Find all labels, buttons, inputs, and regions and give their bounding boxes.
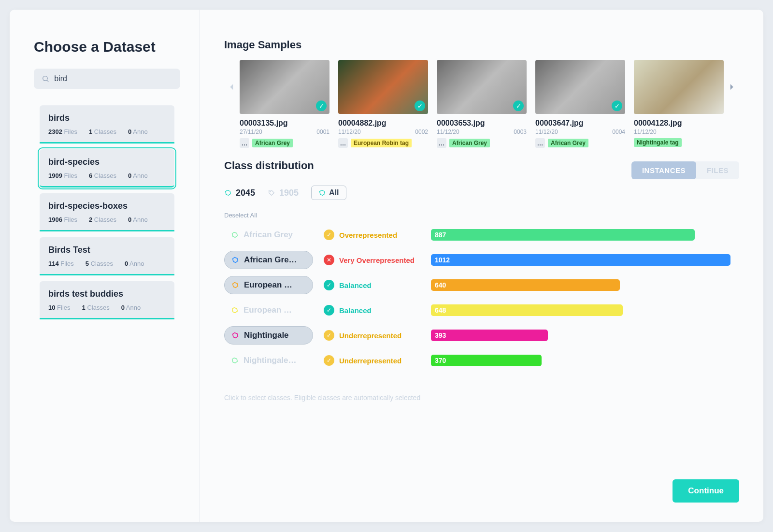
check-icon: ✓ bbox=[612, 101, 622, 111]
class-status: ✓ Underrepresented bbox=[324, 355, 420, 366]
status-badge-icon: ✓ bbox=[324, 280, 334, 290]
check-icon: ✓ bbox=[415, 101, 425, 111]
class-row: African Gre… ✕ Very Overrepresented 1012 bbox=[224, 251, 739, 269]
sample-card[interactable]: ✓ 00003135.jpg 27/11/200001 … African Gr… bbox=[240, 60, 329, 148]
selection-hint: Click to select classes. Eligible classe… bbox=[224, 394, 739, 402]
distribution-title: Class distribution bbox=[224, 159, 314, 172]
sample-thumbnail[interactable]: ✓ bbox=[437, 60, 527, 114]
dataset-name: birds test buddies bbox=[48, 289, 166, 299]
class-pill[interactable]: African Gre… bbox=[224, 251, 313, 269]
status-badge-icon: ✓ bbox=[324, 230, 334, 240]
class-status: ✓ Balanced bbox=[324, 305, 420, 316]
tab-instances[interactable]: INSTANCES bbox=[631, 161, 696, 179]
class-status: ✕ Very Overrepresented bbox=[324, 255, 420, 265]
dataset-item[interactable]: bird-species 1909 Files 6 Classes 0 Anno bbox=[40, 149, 174, 187]
more-menu-button[interactable]: … bbox=[338, 138, 348, 148]
class-bar: 640 bbox=[431, 279, 620, 291]
class-bar: 393 bbox=[431, 330, 548, 341]
class-bar: 1012 bbox=[431, 254, 730, 266]
class-bar-wrap: 640 bbox=[431, 279, 730, 291]
carousel-next[interactable] bbox=[724, 60, 739, 114]
chevron-left-icon bbox=[228, 83, 236, 91]
dataset-item[interactable]: bird-species-boxes 1906 Files 2 Classes … bbox=[40, 193, 174, 231]
sample-filename: 00003135.jpg bbox=[240, 119, 329, 128]
sample-card[interactable]: ✓ 00003647.jpg 11/12/200004 … African Gr… bbox=[535, 60, 625, 148]
class-pill[interactable]: Nightingale… bbox=[224, 351, 313, 370]
more-menu-button[interactable]: … bbox=[437, 138, 446, 148]
more-menu-button[interactable]: … bbox=[240, 138, 249, 148]
class-status: ✓ Overrepresented bbox=[324, 230, 420, 240]
class-pill[interactable]: African Grey bbox=[224, 226, 313, 244]
search-box[interactable] bbox=[34, 69, 180, 89]
class-bar-wrap: 887 bbox=[431, 229, 730, 241]
sample-thumbnail[interactable]: ✓ bbox=[338, 60, 428, 114]
dataset-name: bird-species bbox=[48, 157, 166, 167]
status-badge-icon: ✓ bbox=[324, 330, 334, 341]
svg-line-1 bbox=[47, 80, 48, 82]
sidebar-title: Choose a Dataset bbox=[34, 39, 180, 55]
svg-point-0 bbox=[43, 76, 47, 81]
polygon-icon bbox=[231, 256, 239, 264]
class-bar: 887 bbox=[431, 229, 695, 241]
polygon-icon bbox=[231, 357, 239, 364]
status-badge-icon: ✕ bbox=[324, 255, 334, 265]
status-text: Balanced bbox=[339, 281, 372, 289]
polygon-icon bbox=[231, 231, 239, 239]
status-text: Balanced bbox=[339, 306, 372, 315]
polygon-icon bbox=[318, 189, 326, 197]
status-badge-icon: ✓ bbox=[324, 355, 334, 366]
sample-meta: 27/11/200001 bbox=[240, 129, 329, 135]
status-badge-icon: ✓ bbox=[324, 305, 334, 316]
count-polygons: 2045 bbox=[224, 188, 255, 198]
class-label: Nightingale bbox=[244, 331, 289, 340]
dataset-meta: 114 Files 5 Classes 0 Anno bbox=[48, 260, 166, 267]
sample-card[interactable]: ✓ 00004882.jpg 11/12/200002 … European R… bbox=[338, 60, 428, 148]
class-label: Nightingale… bbox=[243, 356, 297, 365]
sample-filename: 00003647.jpg bbox=[535, 119, 625, 128]
class-bar-wrap: 393 bbox=[431, 330, 730, 341]
dataset-meta: 1909 Files 6 Classes 0 Anno bbox=[48, 172, 166, 179]
sample-card[interactable]: 00004128.jpg 11/12/20 Nightingale tag bbox=[634, 60, 724, 148]
dataset-item[interactable]: birds 2302 Files 1 Classes 0 Anno bbox=[40, 105, 174, 144]
main-panel: Image Samples ✓ 00003135.jpg 27/11/20000… bbox=[200, 10, 763, 522]
sample-card[interactable]: ✓ 00003653.jpg 11/12/200003 … African Gr… bbox=[437, 60, 527, 148]
deselect-all[interactable]: Deselect All bbox=[224, 212, 739, 219]
class-label: European … bbox=[243, 305, 292, 315]
status-text: Underrepresented bbox=[339, 357, 401, 365]
continue-button[interactable]: Continue bbox=[673, 479, 739, 503]
class-pill[interactable]: Nightingale bbox=[224, 326, 313, 345]
filter-all[interactable]: All bbox=[311, 186, 346, 200]
carousel-prev[interactable] bbox=[224, 60, 240, 114]
class-pill[interactable]: European … bbox=[224, 301, 313, 319]
app-card: Choose a Dataset birds 2302 Files 1 Clas… bbox=[10, 10, 763, 522]
samples-row: ✓ 00003135.jpg 27/11/200001 … African Gr… bbox=[224, 60, 739, 148]
dataset-item[interactable]: birds test buddies 10 Files 1 Classes 0 … bbox=[40, 281, 174, 319]
class-bar-wrap: 648 bbox=[431, 304, 730, 316]
counts-row: 2045 1905 All bbox=[224, 186, 739, 200]
class-status: ✓ Underrepresented bbox=[324, 330, 420, 341]
sample-tags: … African Grey bbox=[240, 138, 329, 148]
sample-tags: … African Grey bbox=[437, 138, 527, 148]
sample-thumbnail[interactable]: ✓ bbox=[535, 60, 625, 114]
dataset-item[interactable]: Birds Test 114 Files 5 Classes 0 Anno bbox=[40, 237, 174, 275]
chevron-right-icon bbox=[727, 83, 736, 91]
sample-meta: 11/12/200002 bbox=[338, 129, 428, 135]
sample-tag: African Grey bbox=[548, 139, 588, 147]
dataset-name: bird-species-boxes bbox=[48, 201, 166, 211]
class-label: African Grey bbox=[243, 230, 293, 240]
class-pill[interactable]: European … bbox=[224, 276, 313, 294]
more-menu-button[interactable]: … bbox=[535, 138, 545, 148]
dataset-meta: 10 Files 1 Classes 0 Anno bbox=[48, 304, 166, 311]
dataset-name: Birds Test bbox=[48, 245, 166, 255]
search-input[interactable] bbox=[54, 74, 172, 83]
sample-thumbnail[interactable]: ✓ bbox=[240, 60, 329, 114]
tab-files[interactable]: FILES bbox=[696, 161, 739, 179]
sample-tags: Nightingale tag bbox=[634, 138, 724, 147]
tab-toggle: INSTANCES FILES bbox=[631, 161, 739, 179]
sidebar: Choose a Dataset birds 2302 Files 1 Clas… bbox=[10, 10, 200, 522]
class-status: ✓ Balanced bbox=[324, 280, 420, 290]
dataset-meta: 1906 Files 2 Classes 0 Anno bbox=[48, 216, 166, 223]
sample-meta: 11/12/20 bbox=[634, 129, 724, 135]
status-text: Very Overrepresented bbox=[339, 256, 415, 264]
sample-thumbnail[interactable] bbox=[634, 60, 724, 114]
